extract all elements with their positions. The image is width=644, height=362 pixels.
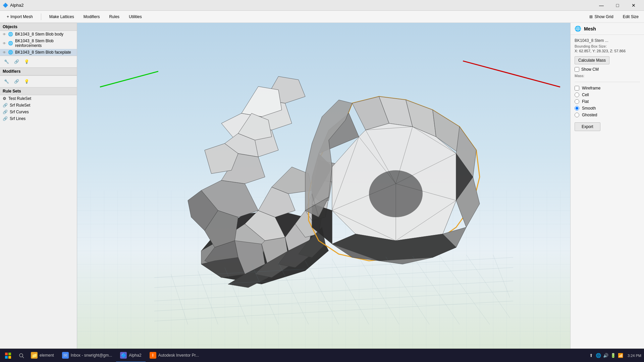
rule-set-name-1: Test RuleSet: [8, 96, 31, 101]
app-title: Alpha2: [10, 3, 23, 8]
wireframe-label[interactable]: Wireframe: [582, 86, 600, 90]
flat-radio[interactable]: [575, 99, 579, 104]
maximize-button[interactable]: □: [610, 0, 625, 11]
inventor-app-icon: I: [150, 352, 156, 359]
rule-set-1[interactable]: ⚙ Test RuleSet: [0, 95, 77, 102]
taskbar-app-inventor[interactable]: I Autodesk Inventor Pr...: [146, 349, 203, 362]
inbox-app-label: Inbox - snwright@gm...: [71, 353, 112, 358]
menu-separator: [41, 13, 41, 20]
smooth-label[interactable]: Smooth: [582, 106, 596, 111]
import-mesh-button[interactable]: + Import Mesh: [3, 13, 37, 20]
ghosted-label[interactable]: Ghosted: [582, 113, 597, 117]
display-option-smooth[interactable]: Smooth: [575, 105, 640, 112]
title-bar: 🔷 Alpha2 — □ ✕: [0, 0, 644, 11]
visibility-icon-2: 👁: [3, 42, 6, 45]
bbox-label: Bounding Box Size:: [575, 44, 640, 48]
close-button[interactable]: ✕: [626, 0, 641, 11]
edit-size-button[interactable]: Edit Size: [620, 13, 641, 20]
taskbar-app-alpha2[interactable]: 🔷 Alpha2: [116, 349, 145, 362]
object-name-3: BK1043_8 Stem Blob faceplate: [15, 50, 71, 55]
svg-point-59: [369, 170, 423, 217]
add-object-button[interactable]: 🔧: [3, 58, 10, 65]
viewport[interactable]: [77, 23, 570, 349]
show-cm-row: Show CM: [575, 67, 640, 72]
rule-set-icon-4: 🔗: [3, 116, 8, 121]
utilities-menu[interactable]: Utilities: [125, 13, 146, 20]
rule-set-4[interactable]: 🔗 Srf Lines: [0, 115, 77, 122]
mesh-name: BK1043_8 Stem ...: [575, 38, 640, 43]
left-panel: Objects 👁 🌐 BK1043_8 Stem Blob body 👁 🌐 …: [0, 23, 77, 349]
show-grid-label: Show Grid: [595, 14, 613, 19]
cell-radio[interactable]: [575, 93, 579, 97]
element-app-icon: 📁: [31, 352, 38, 359]
network-icon[interactable]: 📶: [618, 353, 624, 359]
right-panel: 🌐 Mesh BK1043_8 Stem ... Bounding Box Si…: [570, 23, 644, 349]
svg-rect-87: [5, 356, 8, 359]
edit-object-button[interactable]: 🔗: [13, 58, 20, 65]
show-cm-label[interactable]: Show CM: [581, 67, 599, 72]
wireframe-row: Wireframe: [575, 85, 640, 92]
alpha2-app-icon: 🔷: [120, 352, 127, 359]
mesh-viewport-svg: [77, 23, 570, 349]
settings-modifier-button[interactable]: 💡: [23, 78, 30, 85]
title-bar-left: 🔷 Alpha2: [3, 3, 23, 8]
app-icon: 🔷: [3, 3, 8, 8]
modifiers-toolbar: 🔧 🔗 💡: [0, 75, 77, 87]
add-modifier-button[interactable]: 🔧: [3, 78, 10, 85]
battery-icon[interactable]: 🔋: [610, 353, 616, 359]
display-option-ghosted[interactable]: Ghosted: [575, 112, 640, 118]
inventor-app-label: Autodesk Inventor Pr...: [158, 353, 199, 358]
object-name-1: BK1043_8 Stem Blob body: [15, 32, 63, 37]
right-panel-header: 🌐 Mesh: [571, 23, 644, 35]
wireframe-checkbox[interactable]: [575, 86, 579, 90]
calculate-mass-button[interactable]: Calculate Mass: [575, 56, 609, 64]
minimize-button[interactable]: —: [594, 0, 609, 11]
object-item-3[interactable]: 👁 🌐 BK1043_8 Stem Blob faceplate: [0, 49, 77, 56]
import-label: Import Mesh: [10, 14, 33, 19]
rule-set-2[interactable]: 🔗 Srf RuleSet: [0, 102, 77, 109]
edit-modifier-button[interactable]: 🔗: [13, 78, 20, 85]
ghosted-radio[interactable]: [575, 113, 579, 117]
taskbar-right: ⬆ 🌐 🔊 🔋 📶 3:24 PM: [585, 353, 644, 359]
svg-point-89: [19, 354, 23, 357]
rule-sets-header: Rule Sets: [0, 87, 77, 95]
modifiers-header: Modifiers: [0, 67, 77, 75]
show-cm-checkbox[interactable]: [575, 67, 579, 72]
make-lattices-menu[interactable]: Make Lattices: [45, 13, 78, 20]
tray-icon-3[interactable]: 🔊: [603, 353, 609, 359]
display-option-cell[interactable]: Cell: [575, 92, 640, 98]
windows-icon: [5, 353, 11, 359]
visibility-icon-3: 👁: [3, 51, 6, 54]
object-item-1[interactable]: 👁 🌐 BK1043_8 Stem Blob body: [0, 31, 77, 38]
smooth-radio[interactable]: [575, 106, 579, 111]
rule-set-icon-2: 🔗: [3, 103, 8, 108]
export-button[interactable]: Export: [575, 122, 600, 131]
rules-menu[interactable]: Rules: [105, 13, 123, 20]
start-button[interactable]: [0, 349, 16, 362]
tray-icon-2[interactable]: 🌐: [595, 353, 601, 359]
main-layout: Objects 👁 🌐 BK1043_8 Stem Blob body 👁 🌐 …: [0, 23, 644, 349]
tray-icon-1[interactable]: ⬆: [588, 353, 594, 359]
show-grid-button[interactable]: ⊞ Show Grid: [587, 13, 616, 20]
cell-label[interactable]: Cell: [582, 93, 589, 97]
rule-set-icon-3: 🔗: [3, 110, 8, 114]
grid-icon: ⊞: [589, 14, 593, 19]
object-item-2[interactable]: 👁 🌐 BK1043_8 Stem Blob reinforcements: [0, 38, 77, 49]
flat-label[interactable]: Flat: [582, 99, 589, 104]
taskbar-search[interactable]: [16, 353, 27, 358]
objects-header: Objects: [0, 23, 77, 31]
element-app-label: element: [40, 353, 54, 358]
rule-set-name-2: Srf RuleSet: [10, 103, 30, 108]
menu-bar: + Import Mesh Make Lattices Modifiers Ru…: [0, 11, 644, 23]
settings-object-button[interactable]: 💡: [23, 58, 30, 65]
modifiers-menu[interactable]: Modifiers: [79, 13, 104, 20]
mesh-icon-3: 🌐: [8, 50, 13, 55]
taskbar-app-element[interactable]: 📁 element: [27, 349, 58, 362]
taskbar-app-inbox[interactable]: ✉ Inbox - snwright@gm...: [58, 349, 116, 362]
display-option-flat[interactable]: Flat: [575, 98, 640, 105]
alpha2-app-label: Alpha2: [129, 353, 141, 358]
divider: [575, 82, 640, 82]
svg-rect-88: [8, 356, 11, 359]
rule-set-3[interactable]: 🔗 Srf Curves: [0, 109, 77, 115]
mesh-icon-2: 🌐: [8, 41, 13, 46]
